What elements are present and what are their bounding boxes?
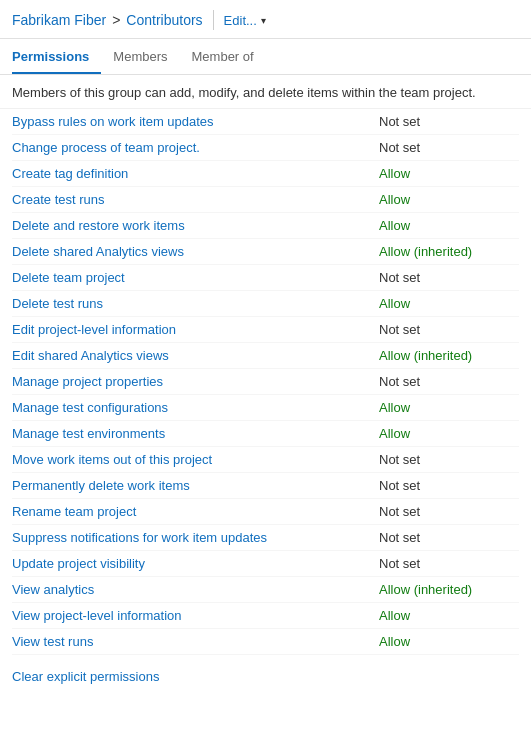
table-row[interactable]: Edit shared Analytics viewsAllow (inheri…	[12, 343, 519, 369]
permission-value: Not set	[379, 530, 519, 545]
table-row[interactable]: View project-level informationAllow	[12, 603, 519, 629]
permission-name: Edit project-level information	[12, 322, 379, 337]
permission-value: Allow	[379, 426, 519, 441]
breadcrumb: Fabrikam Fiber > Contributors	[12, 12, 203, 28]
table-row[interactable]: Permanently delete work itemsNot set	[12, 473, 519, 499]
permission-name: Create test runs	[12, 192, 379, 207]
permission-name: Delete team project	[12, 270, 379, 285]
tab-permissions[interactable]: Permissions	[12, 39, 101, 74]
permission-name: View analytics	[12, 582, 379, 597]
header-edit-area: Edit... ▾	[224, 13, 266, 28]
tab-members[interactable]: Members	[113, 39, 179, 74]
breadcrumb-separator: >	[112, 12, 120, 28]
table-row[interactable]: Delete and restore work itemsAllow	[12, 213, 519, 239]
permission-name: Edit shared Analytics views	[12, 348, 379, 363]
permission-value: Allow	[379, 218, 519, 233]
permission-value: Not set	[379, 322, 519, 337]
table-row[interactable]: Delete test runsAllow	[12, 291, 519, 317]
table-row[interactable]: Rename team projectNot set	[12, 499, 519, 525]
permission-name: Bypass rules on work item updates	[12, 114, 379, 129]
tabs-bar: Permissions Members Member of	[0, 39, 531, 75]
permission-value: Allow (inherited)	[379, 582, 519, 597]
permission-name: View project-level information	[12, 608, 379, 623]
table-row[interactable]: Delete shared Analytics viewsAllow (inhe…	[12, 239, 519, 265]
dropdown-arrow-icon[interactable]: ▾	[261, 15, 266, 26]
permission-value: Allow	[379, 166, 519, 181]
permission-value: Allow	[379, 634, 519, 649]
table-row[interactable]: Create test runsAllow	[12, 187, 519, 213]
permissions-table: Bypass rules on work item updatesNot set…	[0, 109, 531, 655]
table-row[interactable]: Edit project-level informationNot set	[12, 317, 519, 343]
table-row[interactable]: View analyticsAllow (inherited)	[12, 577, 519, 603]
clear-permissions-link[interactable]: Clear explicit permissions	[0, 655, 531, 694]
permission-name: View test runs	[12, 634, 379, 649]
table-row[interactable]: Manage project propertiesNot set	[12, 369, 519, 395]
group-description: Members of this group can add, modify, a…	[0, 75, 531, 109]
table-row[interactable]: Move work items out of this projectNot s…	[12, 447, 519, 473]
table-row[interactable]: View test runsAllow	[12, 629, 519, 655]
permission-value: Not set	[379, 556, 519, 571]
permission-name: Manage test environments	[12, 426, 379, 441]
permission-name: Manage test configurations	[12, 400, 379, 415]
permission-value: Allow	[379, 192, 519, 207]
permission-value: Not set	[379, 374, 519, 389]
table-row[interactable]: Suppress notifications for work item upd…	[12, 525, 519, 551]
breadcrumb-project[interactable]: Fabrikam Fiber	[12, 12, 106, 28]
permission-name: Delete shared Analytics views	[12, 244, 379, 259]
header: Fabrikam Fiber > Contributors Edit... ▾	[0, 0, 531, 39]
table-row[interactable]: Change process of team project.Not set	[12, 135, 519, 161]
tab-member-of[interactable]: Member of	[192, 39, 266, 74]
permission-value: Not set	[379, 114, 519, 129]
edit-button[interactable]: Edit...	[224, 13, 257, 28]
table-row[interactable]: Manage test configurationsAllow	[12, 395, 519, 421]
permission-value: Allow (inherited)	[379, 244, 519, 259]
table-row[interactable]: Create tag definitionAllow	[12, 161, 519, 187]
permission-name: Delete test runs	[12, 296, 379, 311]
table-row[interactable]: Update project visibilityNot set	[12, 551, 519, 577]
permission-value: Allow	[379, 296, 519, 311]
permission-name: Move work items out of this project	[12, 452, 379, 467]
permission-value: Not set	[379, 140, 519, 155]
permission-name: Suppress notifications for work item upd…	[12, 530, 379, 545]
permission-name: Change process of team project.	[12, 140, 379, 155]
permission-value: Not set	[379, 504, 519, 519]
permission-value: Allow (inherited)	[379, 348, 519, 363]
permission-value: Not set	[379, 270, 519, 285]
permission-name: Create tag definition	[12, 166, 379, 181]
table-row[interactable]: Delete team projectNot set	[12, 265, 519, 291]
breadcrumb-group[interactable]: Contributors	[126, 12, 202, 28]
permission-name: Permanently delete work items	[12, 478, 379, 493]
permission-value: Not set	[379, 478, 519, 493]
header-divider	[213, 10, 214, 30]
permission-name: Rename team project	[12, 504, 379, 519]
permission-value: Not set	[379, 452, 519, 467]
table-row[interactable]: Bypass rules on work item updatesNot set	[12, 109, 519, 135]
permission-value: Allow	[379, 608, 519, 623]
table-row[interactable]: Manage test environmentsAllow	[12, 421, 519, 447]
permission-name: Delete and restore work items	[12, 218, 379, 233]
permission-name: Update project visibility	[12, 556, 379, 571]
permission-name: Manage project properties	[12, 374, 379, 389]
permission-value: Allow	[379, 400, 519, 415]
